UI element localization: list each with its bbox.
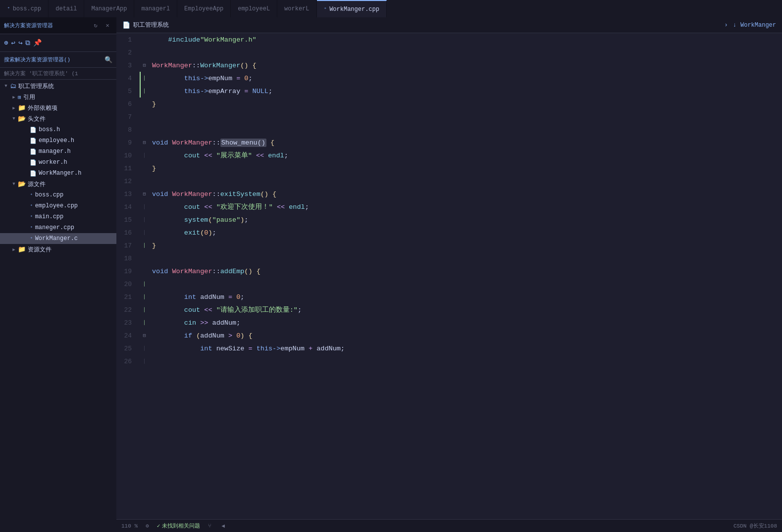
code-editor[interactable]: 1 #include"WorkManger.h" 2 3 ⊟ xyxy=(116,33,782,519)
code-line-20: 20 │ xyxy=(116,278,782,290)
solution-header[interactable]: 解决方案 '职工管理系统' (1 xyxy=(0,68,116,80)
line-num-13: 13 xyxy=(116,188,140,200)
code-line-15: 15 │ system("pause"); xyxy=(116,213,782,226)
fold-icon-9[interactable]: ⊟ xyxy=(143,140,146,145)
code-content-20[interactable] xyxy=(148,278,782,290)
code-content-2[interactable] xyxy=(148,46,782,59)
cpp-file-icon: ⁺ xyxy=(30,192,33,198)
code-content-10[interactable]: cout << "展示菜单" << endl; xyxy=(148,149,782,162)
tree-item-main-cpp[interactable]: ⁺ main.cpp xyxy=(0,211,116,222)
tree-label-yuanwenjian: 源文件 xyxy=(28,180,46,189)
tab-employeeapp[interactable]: EmployeeApp xyxy=(177,0,231,17)
ref-icon: ⊞ xyxy=(18,94,21,100)
fold-icon-13[interactable]: ⊟ xyxy=(143,192,146,197)
fold-icon-3[interactable]: ⊟ xyxy=(143,63,146,68)
chevron-icon: ▶ xyxy=(10,247,18,252)
arrow-left-icon: ◀ xyxy=(221,523,225,529)
chevron-icon: ▼ xyxy=(2,84,10,89)
code-content-13[interactable]: void WorkManger::exitSystem() { xyxy=(148,188,782,200)
tree-item-workmanager-cpp[interactable]: ⁺ WorkManger.c xyxy=(0,233,116,244)
code-content-25[interactable]: int newSize = this->empNum + addNum; xyxy=(148,342,782,355)
close-sidebar-icon[interactable]: ✕ xyxy=(103,21,112,31)
tab-managerl[interactable]: managerl xyxy=(134,0,177,17)
code-line-5: 5 │ this->empArray = NULL; xyxy=(116,85,782,97)
gutter-21: │ xyxy=(140,290,148,303)
code-content-18[interactable] xyxy=(148,252,782,265)
status-branch[interactable]: ⑂ xyxy=(208,523,213,529)
code-content-8[interactable] xyxy=(148,123,782,136)
code-content-6[interactable]: } xyxy=(148,97,782,110)
code-content-12[interactable] xyxy=(148,175,782,188)
tab-boss-cpp[interactable]: ⁺ boss.cpp xyxy=(0,0,49,17)
fold-icon-24[interactable]: ⊟ xyxy=(143,333,146,339)
code-content-15[interactable]: system("pause"); xyxy=(148,213,782,226)
tree-item-ziyuan[interactable]: ▶ 📁 资源文件 xyxy=(0,244,116,255)
tree-item-manager-h[interactable]: 📄 manager.h xyxy=(0,146,116,157)
sync-icon[interactable]: ↻ xyxy=(91,21,101,31)
pin-icon[interactable]: 📌 xyxy=(33,39,42,47)
branch-icon: ⑂ xyxy=(208,523,211,529)
tree-item-employee-h[interactable]: 📄 employee.h xyxy=(0,135,116,146)
undo-icon[interactable]: ↩ xyxy=(11,39,15,47)
code-content-26[interactable] xyxy=(148,355,782,368)
gutter-2 xyxy=(140,46,148,59)
search-icon[interactable]: 🔍 xyxy=(104,56,112,64)
new-file-icon[interactable]: ⊕ xyxy=(4,39,8,47)
line-num-8: 8 xyxy=(116,123,140,136)
code-content-14[interactable]: cout << "欢迎下次使用！" << endl; xyxy=(148,200,782,213)
tree-item-yinyong[interactable]: ▶ ⊞ 引用 xyxy=(0,92,116,102)
code-content-3[interactable]: WorkManger::WorkManger() { xyxy=(148,59,782,72)
status-no-issues[interactable]: ✓ 未找到相关问题 xyxy=(157,522,201,530)
no-issues-label: 未找到相关问题 xyxy=(162,522,200,530)
code-content-4[interactable]: this->empNum = 0; xyxy=(148,72,782,85)
tree-label-employee-cpp: employee.cpp xyxy=(35,202,78,209)
code-content-22[interactable]: cout << "请输入添加职工的数量:"; xyxy=(148,303,782,316)
code-content-9[interactable]: void WorkManger::Show_menu() { xyxy=(148,136,782,149)
tab-workerl[interactable]: workerL xyxy=(277,0,316,17)
status-zoom[interactable]: 110 % xyxy=(121,523,138,529)
tab-employeel[interactable]: employeeL xyxy=(231,0,277,17)
code-content-21[interactable]: int addNum = 0; xyxy=(148,290,782,303)
tab-detail[interactable]: detail xyxy=(49,0,84,17)
settings-icon: ⚙ xyxy=(146,523,149,529)
chevron-icon: ▶ xyxy=(10,105,18,111)
cpp-file-icon: ⁺ xyxy=(30,203,33,209)
status-settings-icon[interactable]: ⚙ xyxy=(146,523,149,529)
gutter-25: │ xyxy=(140,342,148,355)
sidebar-toolbar-icons: ↻ ✕ xyxy=(91,21,112,31)
code-content-19[interactable]: void WorkManger::addEmp() { xyxy=(148,265,782,278)
gutter-7 xyxy=(140,110,148,123)
code-content-23[interactable]: cin >> addNum; xyxy=(148,316,782,329)
line-num-12: 12 xyxy=(116,175,140,188)
redo-icon[interactable]: ↪ xyxy=(18,39,22,47)
gutter-16: │ xyxy=(140,226,148,239)
gutter-19 xyxy=(140,265,148,278)
tree-item-worker-h[interactable]: 📄 worker.h xyxy=(0,157,116,168)
gutter-12 xyxy=(140,175,148,188)
tree-item-maneger-cpp[interactable]: ⁺ maneger.cpp xyxy=(0,222,116,233)
tree-item-workmanager-h[interactable]: 📄 WorkManger.h xyxy=(0,168,116,179)
tree-project-root[interactable]: ▼ 🗂 职工管理系统 xyxy=(0,81,116,92)
status-right: CSDN @长安1108 xyxy=(733,522,777,530)
tree-item-employee-cpp[interactable]: ⁺ employee.cpp xyxy=(0,200,116,211)
tree-item-toumwenjian[interactable]: ▼ 📂 头文件 xyxy=(0,113,116,124)
code-content-1[interactable]: #include"WorkManger.h" xyxy=(148,33,782,46)
code-content-11[interactable]: } xyxy=(148,162,782,175)
code-content-16[interactable]: exit(0); xyxy=(148,226,782,239)
code-content-5[interactable]: this->empArray = NULL; xyxy=(148,85,782,97)
code-content-7[interactable] xyxy=(148,110,782,123)
tab-managerapp[interactable]: ManagerApp xyxy=(84,0,134,17)
status-arrow[interactable]: ◀ xyxy=(221,523,225,529)
tree-item-waibuyilai[interactable]: ▶ 📁 外部依赖项 xyxy=(0,102,116,113)
tab-workmanager-cpp[interactable]: ⁺ WorkManger.cpp xyxy=(317,0,387,17)
code-content-17[interactable]: } xyxy=(148,239,782,252)
folder-open-icon: 📂 xyxy=(18,115,26,123)
code-content-24[interactable]: if (addNum > 0) { xyxy=(148,329,782,342)
tree-item-yuanwenjian[interactable]: ▼ 📂 源文件 xyxy=(0,179,116,190)
tree-item-boss-cpp[interactable]: ⁺ boss.cpp xyxy=(0,190,116,200)
search-bar[interactable]: 搜索解决方案资源管理器() 🔍 xyxy=(0,52,116,68)
tree-item-boss-h[interactable]: 📄 boss.h xyxy=(0,124,116,135)
gutter-26: │ xyxy=(140,355,148,368)
split-icon[interactable]: ⧉ xyxy=(25,39,30,47)
file-tree: ▼ 🗂 职工管理系统 ▶ ⊞ 引用 ▶ 📁 外部依赖项 ▼ 📂 头文件 xyxy=(0,80,116,532)
